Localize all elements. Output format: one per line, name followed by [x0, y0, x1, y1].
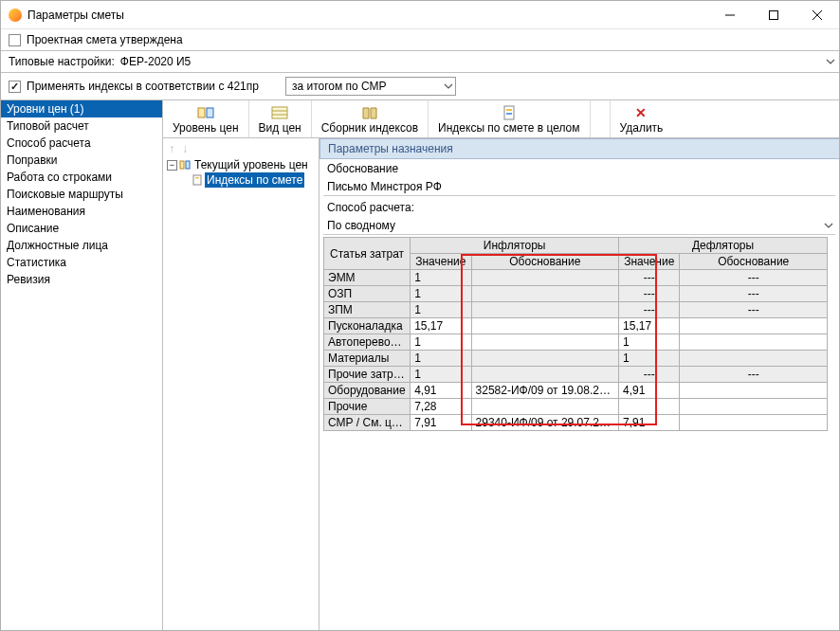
table-cell[interactable]: Оборудование: [324, 383, 411, 399]
table-cell[interactable]: Пусконаладка: [324, 318, 411, 334]
table-cell[interactable]: 7,28: [411, 399, 471, 415]
table-cell[interactable]: [471, 399, 619, 415]
table-cell[interactable]: [680, 351, 828, 367]
table-cell[interactable]: ---: [680, 270, 828, 286]
table-cell[interactable]: [680, 415, 828, 431]
arrow-up-icon[interactable]: ↑: [169, 142, 174, 155]
tree-child-node[interactable]: Индексы по смете: [163, 172, 319, 188]
toolbar-view-button[interactable]: Вид цен: [249, 100, 312, 137]
table-cell[interactable]: 1: [411, 334, 471, 351]
table-cell[interactable]: 1: [411, 302, 471, 318]
table-cell[interactable]: ---: [680, 367, 828, 383]
arrow-down-icon[interactable]: ↓: [182, 142, 188, 155]
osn-input[interactable]: Письмо Минстроя РФ: [323, 178, 835, 196]
coefficients-table[interactable]: Статья затрат Инфляторы Дефляторы Значен…: [323, 237, 828, 431]
table-cell[interactable]: 32582-ИФ/09 от 19.08.2020 Стр…: [471, 383, 619, 399]
calc-label: Способ расчета:: [320, 198, 839, 217]
sidebar-item[interactable]: Уровни цен (1): [1, 100, 162, 117]
sidebar: Уровни цен (1)Типовой расчетСпособ расче…: [1, 100, 163, 630]
table-cell[interactable]: 4,91: [619, 383, 680, 399]
tree-collapse-icon[interactable]: −: [167, 160, 177, 171]
sidebar-item[interactable]: Поправки: [1, 152, 162, 169]
table-cell[interactable]: 1: [411, 367, 471, 383]
approved-checkbox[interactable]: [9, 34, 21, 46]
table-cell[interactable]: ---: [619, 270, 680, 286]
preset-row[interactable]: Типовые настройки: ФЕР-2020 И5: [1, 51, 839, 73]
table-cell[interactable]: [619, 399, 680, 415]
table-row[interactable]: ЭММ1------: [324, 270, 828, 286]
calc-combo[interactable]: По сводному: [323, 217, 835, 235]
table-cell[interactable]: [471, 334, 619, 351]
sidebar-item[interactable]: Должностные лица: [1, 237, 162, 254]
apply-indexes-checkbox[interactable]: [9, 81, 21, 93]
table-row[interactable]: Материалы11: [324, 351, 828, 367]
table-cell[interactable]: [680, 334, 828, 351]
table-cell[interactable]: [471, 351, 619, 367]
table-row[interactable]: ОЗП1------: [324, 286, 828, 302]
table-cell[interactable]: 7,91: [619, 415, 680, 431]
sidebar-item[interactable]: Описание: [1, 220, 162, 237]
maximize-button[interactable]: [752, 1, 795, 29]
svg-rect-4: [198, 108, 205, 117]
table-cell[interactable]: 1: [411, 351, 471, 367]
chevron-down-icon[interactable]: [826, 59, 835, 64]
table-cell[interactable]: [680, 399, 828, 415]
th-defl: Дефляторы: [619, 238, 828, 254]
document-icon: [192, 174, 203, 186]
table-cell[interactable]: [471, 318, 619, 334]
toolbar-delete-button[interactable]: ✕ Удалить: [610, 100, 673, 137]
table-cell[interactable]: 1: [411, 286, 471, 302]
sidebar-item[interactable]: Ревизия: [1, 271, 162, 288]
table-row[interactable]: ЗПМ1------: [324, 302, 828, 318]
close-button[interactable]: [795, 1, 839, 29]
table-row[interactable]: СМР / См. цена7,9129340-ИФ/09 от 29.07.2…: [324, 415, 828, 431]
table-cell[interactable]: [471, 270, 619, 286]
table-cell[interactable]: СМР / См. цена: [324, 415, 411, 431]
table-cell[interactable]: [680, 318, 828, 334]
table-cell[interactable]: Автоперевозка: [324, 334, 411, 351]
table-cell[interactable]: 4,91: [411, 383, 471, 399]
table-cell[interactable]: ЭММ: [324, 270, 411, 286]
table-cell[interactable]: ЗПМ: [324, 302, 411, 318]
table-cell[interactable]: [471, 286, 619, 302]
sidebar-item[interactable]: Способ расчета: [1, 135, 162, 152]
right-panel: Уровень цен Вид цен Сборник индексов Инд…: [163, 100, 839, 630]
table-cell[interactable]: 15,17: [619, 318, 680, 334]
minimize-button[interactable]: [708, 1, 752, 29]
table-row[interactable]: Прочие затраты1------: [324, 367, 828, 383]
table-cell[interactable]: 1: [619, 351, 680, 367]
table-cell[interactable]: ---: [680, 286, 828, 302]
sidebar-item[interactable]: Работа со строками: [1, 169, 162, 186]
table-cell[interactable]: [471, 302, 619, 318]
table-cell[interactable]: Прочие: [324, 399, 411, 415]
table-cell[interactable]: ---: [619, 302, 680, 318]
sidebar-item[interactable]: Поисковые маршруты: [1, 186, 162, 203]
table-cell[interactable]: ---: [619, 367, 680, 383]
table-cell[interactable]: Прочие затраты: [324, 367, 411, 383]
apply-indexes-combo[interactable]: за итогом по СМР: [285, 77, 456, 96]
table-cell[interactable]: ---: [680, 302, 828, 318]
sidebar-item[interactable]: Типовой расчет: [1, 117, 162, 135]
sidebar-item[interactable]: Статистика: [1, 254, 162, 271]
table-row[interactable]: Пусконаладка15,1715,17: [324, 318, 828, 334]
table-cell[interactable]: 29340-ИФ/09 от 29.07.2020 г.М…: [471, 415, 619, 431]
table-cell[interactable]: 15,17: [411, 318, 471, 334]
toolbar-whole-button[interactable]: Индексы по смете в целом: [429, 100, 590, 137]
table-row[interactable]: Автоперевозка11: [324, 334, 828, 351]
table-cell[interactable]: 1: [619, 334, 680, 351]
table-cell[interactable]: Материалы: [324, 351, 411, 367]
table-cell[interactable]: [471, 367, 619, 383]
table-cell[interactable]: ---: [619, 286, 680, 302]
table-cell[interactable]: [680, 383, 828, 399]
parameters-panel: Параметры назначения Обоснование Письмо …: [320, 138, 839, 630]
toolbar-whole-label: Индексы по смете в целом: [438, 121, 579, 135]
table-row[interactable]: Оборудование4,9132582-ИФ/09 от 19.08.202…: [324, 383, 828, 399]
toolbar-level-button[interactable]: Уровень цен: [163, 100, 249, 137]
table-row[interactable]: Прочие7,28: [324, 399, 828, 415]
tree-root-node[interactable]: − Текущий уровень цен: [163, 157, 319, 172]
toolbar-collection-button[interactable]: Сборник индексов: [312, 100, 429, 137]
sidebar-item[interactable]: Наименования: [1, 203, 162, 220]
table-cell[interactable]: ОЗП: [324, 286, 411, 302]
table-cell[interactable]: 7,91: [411, 415, 471, 431]
table-cell[interactable]: 1: [411, 270, 471, 286]
